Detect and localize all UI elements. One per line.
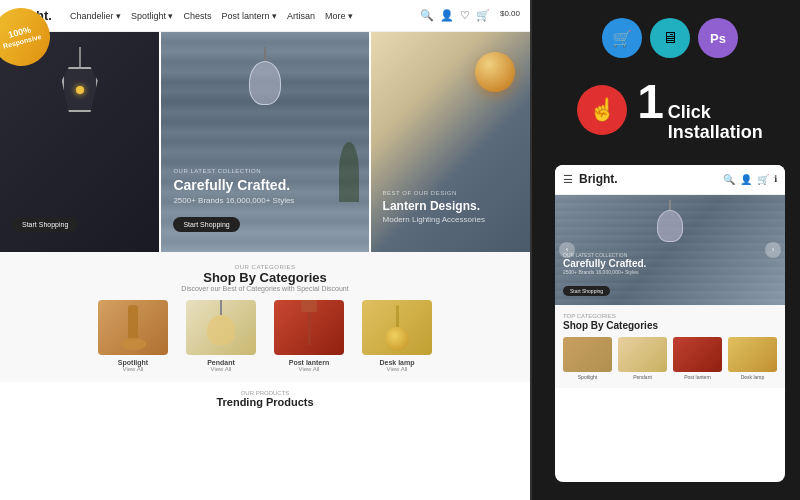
search-icon[interactable]: 🔍 [420,9,434,22]
hero-area: Start Shopping OUR LATEST COLLECTION Car… [0,32,530,252]
mobile-cat-grid: Spotlight Pendant Post lantern Desk lamp [563,337,777,380]
navbar-menu: Chandelier ▾ Spotlight ▾ Chests Post lan… [70,11,353,21]
category-link-post-lantern[interactable]: View All [269,366,349,372]
ps-circle-icon: Ps [698,18,738,58]
mobile-preview: ☰ Bright. 🔍 👤 🛒 ℹ ‹ › OUR LATEST COLLE [555,165,785,482]
category-link-spotlight[interactable]: View All [93,366,173,372]
category-link-pendant[interactable]: View All [181,366,261,372]
click-install-block: ☝️ 1 Click Installation [577,78,763,143]
main-preview: 100% Responsive Bright. Chandelier ▾ Spo… [0,0,530,500]
mobile-cat-header: TOP CATEGORIES [563,313,777,319]
mobile-cat-title: Shop By Categories [563,320,777,331]
mobile-categories: TOP CATEGORIES Shop By Categories Spotli… [555,305,785,388]
trending-title: Trending Products [10,396,520,408]
hero-text-2: OUR LATEST COLLECTION Carefully Crafted.… [173,168,356,232]
mobile-cat-pendant: Pendant [618,337,667,380]
hero-main-title-2: Carefully Crafted. [173,177,356,194]
menu-item-spotlight[interactable]: Spotlight ▾ [131,11,174,21]
category-desk-lamp: Desk lamp View All [357,300,437,372]
sphere-lamp [475,52,515,92]
mobile-cat-img-4 [728,337,777,372]
categories-title: Shop By Categories [10,270,520,285]
category-spotlight: Spotlight View All [93,300,173,372]
category-post-lantern: Post lantern View All [269,300,349,372]
mobile-start-shopping-btn[interactable]: Start Shopping [563,286,610,296]
trending-header: OUR PRODUCTS Trending Products [10,390,520,408]
mobile-cat-label-4: Desk lamp [728,374,777,380]
category-img-post-lantern [274,300,344,355]
wishlist-icon[interactable]: ♡ [460,9,470,22]
mobile-menu-icon[interactable]: ☰ [563,173,573,186]
trending-section: OUR PRODUCTS Trending Products [0,382,530,419]
cart-icon[interactable]: 🛒 [476,9,490,22]
mobile-hero-title: Carefully Crafted. [563,258,777,269]
click-label-line1: Click [668,103,763,123]
category-name-desk-lamp: Desk lamp [357,359,437,366]
cart-circle-icon: 🛒 [602,18,642,58]
click-label-line2: Installation [668,123,763,143]
hero-sub-title-3: Modern Lighting Accessories [383,215,518,224]
mobile-cat-img-1 [563,337,612,372]
monitor-circle-icon: 🖥 [650,18,690,58]
hero-panel-3: BEST OF OUR DESIGN Lantern Designs. Mode… [371,32,530,252]
mobile-info-icon[interactable]: ℹ [774,174,777,185]
mobile-cart-icon[interactable]: 🛒 [757,174,769,185]
menu-item-chandelier[interactable]: Chandelier ▾ [70,11,121,21]
navbar-icons: 🔍 👤 ♡ 🛒 $0.00 [420,9,520,22]
mobile-hero-text: OUR LATEST COLLECTION Carefully Crafted.… [563,252,777,297]
mobile-hero-desc: 2500+ Brands 16,000,000+ Styles [563,269,777,275]
mobile-search-icon[interactable]: 🔍 [723,174,735,185]
categories-header: OUR CATEGORIES Shop By Categories Discov… [10,264,520,292]
category-img-desk-lamp [362,300,432,355]
hero-text-3: BEST OF OUR DESIGN Lantern Designs. Mode… [383,190,518,232]
category-name-spotlight: Spotlight [93,359,173,366]
mobile-cat-img-3 [673,337,722,372]
hero-sub-label-3: BEST OF OUR DESIGN [383,190,518,196]
mobile-cat-label-1: Spotlight [563,374,612,380]
mobile-hero: ‹ › OUR LATEST COLLECTION Carefully Craf… [555,195,785,305]
mobile-nav-icons: 🔍 👤 🛒 ℹ [723,174,777,185]
category-img-spotlight [98,300,168,355]
hero-sub-label-2: OUR LATEST COLLECTION [173,168,356,174]
mobile-cat-img-2 [618,337,667,372]
categories-grid: Spotlight View All Pendant View All Post… [10,300,520,372]
touch-icon: ☝️ [577,85,627,135]
hero-sub-title-2: 2500+ Brands 16,000,000+ Styles [173,196,356,205]
category-name-pendant: Pendant [181,359,261,366]
right-panel: 🛒 🖥 Ps ☝️ 1 Click Installation ☰ Bright. [540,0,800,500]
geometric-lamp [62,47,98,112]
menu-item-postlantern[interactable]: Post lantern ▾ [221,11,277,21]
mobile-account-icon[interactable]: 👤 [740,174,752,185]
top-icons-row: 🛒 🖥 Ps [602,18,738,58]
mobile-logo: Bright. [579,172,717,186]
category-img-pendant [186,300,256,355]
categories-subtitle: Discover our Best of Categories with Spe… [10,285,520,292]
mobile-cat-desk-lamp: Desk lamp [728,337,777,380]
category-link-desk-lamp[interactable]: View All [357,366,437,372]
account-icon[interactable]: 👤 [440,9,454,22]
start-shopping-btn-1[interactable]: Start Shopping [12,217,78,232]
globe-lamp [249,47,281,105]
mobile-cat-spotlight: Spotlight [563,337,612,380]
hero-panel-2: OUR LATEST COLLECTION Carefully Crafted.… [161,32,368,252]
hero-main-title-3: Lantern Designs. [383,199,518,213]
mobile-cat-post-lantern: Post lantern [673,337,722,380]
hero-text-1: Start Shopping [12,213,147,232]
menu-item-chests[interactable]: Chests [183,11,211,21]
category-name-post-lantern: Post lantern [269,359,349,366]
panel-divider [530,0,532,500]
category-pendant: Pendant View All [181,300,261,372]
start-shopping-btn-2[interactable]: Start Shopping [173,217,239,232]
navbar: Bright. Chandelier ▾ Spotlight ▾ Chests … [0,0,530,32]
categories-section: OUR CATEGORIES Shop By Categories Discov… [0,252,530,382]
click-number: 1 [637,78,664,126]
cart-price: $0.00 [500,9,520,22]
menu-item-more[interactable]: More ▾ [325,11,353,21]
menu-item-artisan[interactable]: Artisan [287,11,315,21]
mobile-cat-label-3: Post lantern [673,374,722,380]
mobile-navbar: ☰ Bright. 🔍 👤 🛒 ℹ [555,165,785,195]
click-install-text: 1 Click Installation [637,78,763,143]
mobile-cat-label-2: Pendant [618,374,667,380]
mobile-globe-lamp [656,200,684,240]
